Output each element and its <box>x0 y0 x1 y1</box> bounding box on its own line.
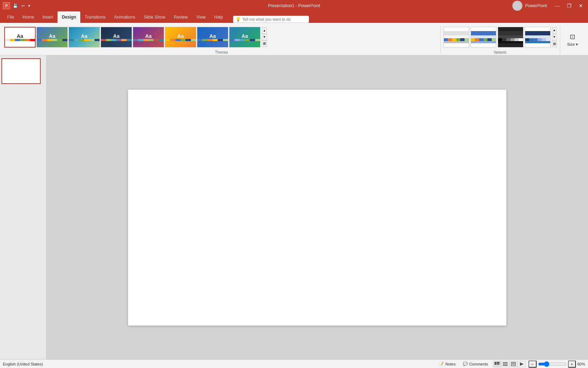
dropdown-quick-btn[interactable]: ▾ <box>27 3 32 9</box>
svg-rect-3 <box>503 362 508 363</box>
theme-6[interactable]: Aa <box>197 27 228 48</box>
zoom-in-button[interactable]: + <box>568 360 576 368</box>
customize-group: ⊡ Size ▾ <box>560 24 585 55</box>
slide-thumb-1[interactable] <box>1 58 41 84</box>
variants-scroll: ▲ ▼ ⊞ <box>552 27 557 47</box>
variants-scroll-up[interactable]: ▲ <box>552 27 557 34</box>
app-icon: P <box>3 2 10 9</box>
slide-canvas[interactable] <box>128 90 506 325</box>
zoom-out-button[interactable]: − <box>528 360 536 368</box>
variants-group: ▲ ▼ ⊞ Variants <box>441 24 560 55</box>
user-area: PowerPoint <box>512 1 550 11</box>
theme-office-colors <box>5 39 35 41</box>
theme-5[interactable]: Aa <box>165 27 196 48</box>
lightbulb-icon: 💡 <box>235 17 241 22</box>
theme-4[interactable]: Aa <box>133 27 164 48</box>
slide-thumb-container: 1 <box>1 58 45 84</box>
theme-office-label: Aa <box>17 33 23 39</box>
variants-more[interactable]: ⊞ <box>552 41 557 47</box>
minimize-button[interactable]: — <box>553 2 562 9</box>
undo-quick-btn[interactable]: ↩ <box>20 3 26 9</box>
zoom-slider[interactable] <box>538 361 567 367</box>
svg-rect-2 <box>497 364 500 365</box>
tab-file[interactable]: File <box>3 11 18 23</box>
theme-5-colors <box>165 39 196 41</box>
theme-6-colors <box>197 39 228 41</box>
variant-2[interactable] <box>471 27 496 48</box>
svg-rect-1 <box>497 362 500 364</box>
variants-grid: ▲ ▼ ⊞ <box>443 24 557 50</box>
tab-home[interactable]: Home <box>18 11 38 23</box>
themes-grid: Aa Aa <box>4 24 439 50</box>
status-bar-right: 📝 Notes 💬 Comments − + <box>437 360 585 368</box>
slide-size-button[interactable]: ⊡ Size ▾ <box>563 31 582 48</box>
ribbon: File Home Insert Design Transitions Anim… <box>0 11 588 55</box>
themes-scroll-down[interactable]: ▼ <box>262 34 267 40</box>
theme-1-colors <box>37 39 67 41</box>
tell-me-container: 💡 <box>233 16 309 23</box>
theme-2-label: Aa <box>81 33 87 39</box>
title-bar-left: P 💾 ↩ ▾ <box>3 2 32 9</box>
view-slideshow-button[interactable] <box>518 361 526 367</box>
variant-4[interactable] <box>525 27 551 48</box>
theme-office[interactable]: Aa <box>4 27 36 48</box>
tab-insert[interactable]: Insert <box>38 11 57 23</box>
language-status: English (United States) <box>3 362 43 366</box>
notes-icon: 📝 <box>439 362 444 366</box>
theme-3[interactable]: Aa <box>101 27 132 48</box>
themes-more[interactable]: ⊞ <box>262 40 267 47</box>
view-reading-button[interactable] <box>510 361 517 367</box>
tab-animations[interactable]: Animations <box>110 11 140 23</box>
theme-2[interactable]: Aa <box>69 27 100 48</box>
theme-7-label: Aa <box>242 33 248 39</box>
view-outline-button[interactable] <box>501 361 509 367</box>
tell-me-input[interactable] <box>242 17 306 21</box>
tab-slideshow[interactable]: Slide Show <box>140 11 169 23</box>
slide-panel: 1 <box>0 55 46 359</box>
tell-me-area[interactable]: 💡 <box>233 16 309 23</box>
svg-rect-8 <box>512 364 515 365</box>
theme-3-label: Aa <box>113 33 120 39</box>
tab-bar: File Home Insert Design Transitions Anim… <box>0 11 588 23</box>
theme-5-label: Aa <box>177 33 184 39</box>
restore-button[interactable]: ❐ <box>565 2 574 9</box>
slide-thumb-inner-1 <box>2 59 40 83</box>
themes-scroll: ▲ ▼ ⊞ <box>262 28 267 47</box>
save-quick-btn[interactable]: 💾 <box>11 3 19 9</box>
theme-1[interactable]: Aa <box>36 27 68 48</box>
variant-1[interactable] <box>443 27 469 48</box>
close-button[interactable]: ✕ <box>577 2 585 9</box>
tab-help[interactable]: Help <box>210 11 227 23</box>
svg-rect-5 <box>503 365 508 366</box>
user-name: PowerPoint <box>525 3 547 8</box>
theme-7[interactable]: Aa <box>229 27 260 48</box>
status-bar: English (United States) 📝 Notes 💬 Commen… <box>0 359 588 368</box>
title-bar: P 💾 ↩ ▾ Presentation1 - PowerPoint Power… <box>0 0 588 11</box>
notes-button[interactable]: 📝 Notes <box>437 361 458 367</box>
zoom-level: 60% <box>577 362 585 366</box>
theme-6-label: Aa <box>209 33 216 39</box>
main-area: 1 <box>0 55 588 359</box>
themes-group: Aa Aa <box>3 24 440 55</box>
variant-3[interactable] <box>498 27 523 48</box>
tab-design[interactable]: Design <box>57 11 80 23</box>
theme-4-colors <box>133 39 164 41</box>
svg-rect-4 <box>503 364 508 364</box>
theme-4-label: Aa <box>145 33 152 39</box>
comments-button[interactable]: 💬 Comments <box>461 361 490 367</box>
svg-marker-9 <box>520 362 524 366</box>
variants-scroll-down[interactable]: ▼ <box>552 34 557 40</box>
view-normal-button[interactable] <box>493 361 501 367</box>
themes-scroll-up[interactable]: ▲ <box>262 28 267 34</box>
svg-rect-7 <box>512 363 515 364</box>
tab-view[interactable]: View <box>192 11 210 23</box>
tab-review[interactable]: Review <box>169 11 192 23</box>
canvas-area[interactable] <box>46 55 588 359</box>
title-bar-title: Presentation1 - PowerPoint <box>268 3 320 8</box>
ribbon-content: Aa Aa <box>0 23 588 55</box>
tab-transitions[interactable]: Transitions <box>80 11 110 23</box>
user-avatar <box>512 1 522 11</box>
themes-group-label: Themes <box>4 50 439 55</box>
view-buttons <box>493 361 526 367</box>
title-bar-controls: PowerPoint — ❐ ✕ <box>512 1 585 11</box>
